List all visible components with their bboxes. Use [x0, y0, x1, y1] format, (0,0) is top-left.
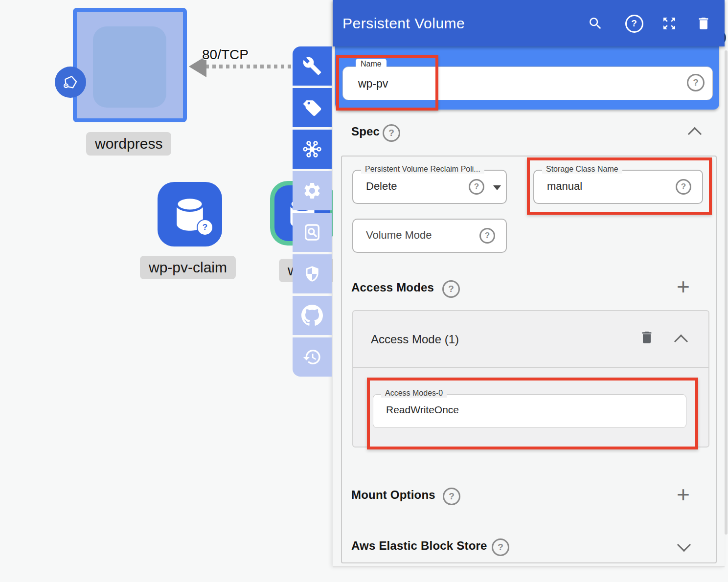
toolbar-wrench-button[interactable] [293, 46, 332, 86]
reclaim-help-button[interactable]: ? [469, 179, 484, 195]
add-mount-option-button[interactable]: + [677, 483, 690, 506]
edge-dotted-line [205, 65, 294, 68]
node-wp-pv-claim[interactable]: ? [158, 182, 222, 246]
toolbar-history-button[interactable] [293, 337, 332, 377]
panel-header: Persistent Volume ? [333, 0, 725, 46]
access-mode-card-title: Access Mode (1) [371, 333, 459, 346]
aws-ebs-help-button[interactable]: ? [492, 538, 509, 556]
access-modes-title: Access Modes [351, 281, 434, 294]
highlight-name-field [336, 55, 438, 111]
aws-ebs-title: Aws Elastic Block Store [351, 539, 487, 553]
help-icon: ? [625, 15, 643, 33]
node-wordpress[interactable] [73, 8, 187, 122]
search-icon [588, 16, 603, 31]
volume-mode-help-button[interactable]: ? [479, 228, 495, 244]
toolbar-inspect-button[interactable] [293, 213, 332, 252]
toolbar-tag-button[interactable] [293, 88, 332, 127]
pod-pentagon-icon [55, 67, 86, 98]
reclaim-policy-select[interactable]: Persistent Volume Reclaim Poli... Delete… [352, 170, 507, 204]
gear-icon [302, 181, 322, 201]
claim-question-badge: ? [197, 219, 213, 236]
access-mode-collapse-chevron-icon[interactable] [674, 335, 688, 348]
help-icon: ? [479, 228, 495, 244]
help-button[interactable]: ? [622, 12, 646, 35]
help-icon: ? [443, 488, 460, 505]
fullscreen-button[interactable] [658, 12, 681, 35]
access-mode-card-header[interactable]: Access Mode (1) [353, 311, 708, 368]
toolbar-network-button[interactable] [293, 130, 332, 169]
delete-button[interactable] [692, 12, 715, 35]
diagram-toolbar [293, 46, 332, 379]
add-access-mode-button[interactable]: + [677, 275, 690, 298]
volume-mode-label: Volume Mode [366, 229, 432, 242]
toolbar-settings-button[interactable] [293, 171, 332, 210]
shield-icon [303, 265, 321, 283]
highlight-storage-class [527, 157, 712, 215]
help-icon: ? [687, 74, 705, 91]
name-help-button[interactable]: ? [687, 74, 705, 91]
toolbar-github-button[interactable] [293, 296, 332, 335]
mount-options-title: Mount Options [351, 488, 435, 502]
wp-pv-claim-label: wp-pv-claim [140, 256, 236, 279]
document-search-icon [302, 223, 322, 242]
app-root: wordpress 80/TCP ? wp-pv-claim wp-pv [0, 0, 728, 582]
history-icon [302, 347, 322, 367]
help-icon: ? [469, 179, 484, 195]
reclaim-policy-value: Delete [366, 180, 397, 193]
help-icon: ? [383, 124, 400, 142]
help-icon: ? [492, 538, 509, 556]
wordpress-label: wordpress [86, 132, 171, 156]
network-hub-icon [302, 139, 322, 159]
panel-title: Persistent Volume [342, 15, 465, 32]
tag-icon [302, 98, 322, 117]
volume-mode-input[interactable]: Volume Mode ? [352, 219, 507, 253]
panel-scrollbar[interactable] [725, 50, 728, 535]
reclaim-policy-label: Persistent Volume Reclaim Poli... [361, 165, 484, 174]
fullscreen-icon [661, 16, 677, 31]
search-button[interactable] [584, 12, 607, 35]
access-modes-help-button[interactable]: ? [442, 280, 460, 298]
edge-port-label: 80/TCP [202, 47, 249, 63]
trash-icon [696, 16, 711, 31]
mount-options-help-button[interactable]: ? [443, 488, 460, 505]
dropdown-caret-icon [493, 185, 501, 190]
github-icon [301, 305, 323, 326]
spec-title: Spec [351, 125, 380, 138]
toolbar-security-button[interactable] [293, 254, 332, 293]
trash-icon [639, 330, 655, 345]
highlight-access-mode [367, 378, 698, 449]
wordpress-inner-square [93, 26, 166, 108]
access-mode-delete-button[interactable] [639, 330, 655, 347]
help-icon: ? [442, 280, 460, 298]
spec-help-button[interactable]: ? [383, 124, 400, 142]
wrench-icon [302, 56, 322, 76]
